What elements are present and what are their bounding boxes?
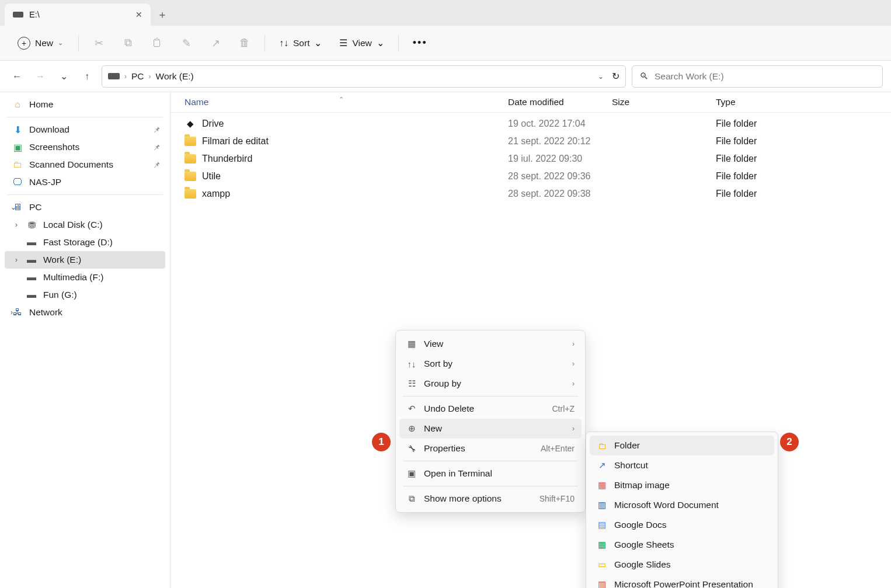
more-icon: ⧉: [406, 493, 417, 504]
sidebar-drive-d[interactable]: ▬ Fast Storage (D:): [5, 234, 165, 251]
ctx-new-gslides[interactable]: ▭Google Slides: [590, 555, 774, 575]
ctx-new-gsheets[interactable]: ▦Google Sheets: [590, 535, 774, 555]
tab-work-e[interactable]: E:\ ✕: [5, 4, 151, 26]
file-name: Drive: [202, 119, 224, 129]
chevron-down-icon: ⌄: [60, 71, 68, 82]
gdocs-icon: ▤: [597, 520, 607, 530]
plus-circle-icon: +: [18, 37, 30, 50]
ctx-new-word[interactable]: ▥Microsoft Word Document: [590, 495, 774, 515]
address-bar[interactable]: › PC › Work (E:) ⌄ ↻: [102, 65, 626, 88]
sidebar-drive-c[interactable]: › ⛃ Local Disk (C:): [5, 216, 165, 234]
chevron-right-icon: ›: [572, 425, 575, 433]
paste-button[interactable]: 📋︎: [145, 32, 169, 55]
chevron-right-icon: ›: [572, 360, 575, 368]
file-type: File folder: [716, 171, 891, 182]
column-date[interactable]: Date modified: [508, 97, 612, 107]
chevron-right-icon[interactable]: ›: [11, 308, 13, 316]
sidebar-drive-g[interactable]: ▬ Fun (G:): [5, 286, 165, 304]
gsheets-icon: ▦: [597, 540, 607, 550]
download-icon: ⬇: [12, 124, 23, 135]
chevron-down-icon: ⌄: [377, 38, 384, 48]
drive-icon: ▬: [26, 236, 37, 248]
sidebar-item-label: Screenshots: [29, 142, 79, 152]
file-name: Thunderbird: [202, 154, 252, 164]
view-list-icon: ☰: [339, 37, 347, 48]
ctx-undo[interactable]: ↶Undo DeleteCtrl+Z: [399, 399, 582, 419]
sidebar-home[interactable]: ⌂ Home: [5, 96, 165, 113]
close-icon[interactable]: ✕: [135, 10, 142, 19]
forward-button[interactable]: →: [32, 68, 49, 85]
new-button[interactable]: + New ⌄: [11, 33, 70, 53]
divider: [7, 194, 163, 195]
ctx-new[interactable]: ⊕New›: [399, 419, 582, 439]
chevron-right-icon[interactable]: ›: [15, 256, 18, 264]
sidebar-drive-f[interactable]: ▬ Multimedia (F:): [5, 269, 165, 286]
copy-button[interactable]: ⧉: [116, 32, 140, 55]
delete-button[interactable]: 🗑︎: [233, 32, 256, 55]
chevron-down-icon[interactable]: ⌄: [598, 72, 604, 81]
chevron-right-icon: ›: [572, 380, 575, 388]
cut-button[interactable]: ✂: [87, 32, 110, 55]
file-type: File folder: [716, 154, 891, 164]
view-label: View: [352, 38, 371, 48]
ctx-properties[interactable]: 🔧︎PropertiesAlt+Enter: [399, 439, 582, 458]
table-row[interactable]: Thunderbird19 iul. 2022 09:30File folder: [170, 150, 891, 168]
sidebar-scanned[interactable]: 🗀 Scanned Documents 📌︎: [5, 156, 165, 173]
chevron-down-icon[interactable]: ⌄: [11, 203, 16, 211]
ctx-new-shortcut[interactable]: ↗Shortcut: [590, 455, 774, 475]
refresh-button[interactable]: ↻: [612, 71, 619, 82]
separator: [403, 396, 578, 396]
table-row[interactable]: xampp28 sept. 2022 09:38File folder: [170, 185, 891, 203]
file-rows: ◆Drive19 oct. 2022 17:04File folderFilma…: [170, 113, 891, 205]
copy-icon: ⧉: [124, 37, 132, 49]
file-name: Utile: [202, 171, 221, 182]
breadcrumb-location[interactable]: Work (E:): [156, 71, 194, 82]
ctx-new-gdocs[interactable]: ▤Google Docs: [590, 515, 774, 535]
share-button[interactable]: ↗: [204, 32, 227, 55]
ctx-new-bitmap[interactable]: ▦Bitmap image: [590, 475, 774, 495]
ctx-sortby[interactable]: ↑↓Sort by›: [399, 354, 582, 374]
chevron-down-icon: ⌄: [58, 39, 63, 47]
chevron-right-icon[interactable]: ›: [15, 221, 18, 229]
folder-icon: 🗀: [597, 441, 607, 451]
up-button[interactable]: ↑: [78, 68, 96, 85]
recent-button[interactable]: ⌄: [55, 68, 72, 85]
chevron-right-icon: ›: [572, 340, 575, 348]
sort-button[interactable]: ↑↓ Sort ⌄: [273, 34, 328, 52]
ctx-groupby[interactable]: ☷Group by›: [399, 374, 582, 394]
table-row[interactable]: ◆Drive19 oct. 2022 17:04File folder: [170, 115, 891, 133]
column-type[interactable]: Type: [716, 97, 891, 107]
sidebar-download[interactable]: ⬇ Download 📌︎: [5, 121, 165, 138]
table-row[interactable]: Filmari de editat21 sept. 2022 20:12File…: [170, 133, 891, 150]
column-size[interactable]: Size: [612, 97, 716, 107]
breadcrumb-pc[interactable]: PC: [131, 71, 144, 82]
file-name: Filmari de editat: [202, 136, 269, 147]
sidebar-screenshots[interactable]: ▣ Screenshots 📌︎: [5, 138, 165, 156]
ctx-view[interactable]: ▦View›: [399, 334, 582, 354]
file-date: 28 sept. 2022 09:36: [508, 171, 612, 182]
column-name[interactable]: Name ⌃: [181, 97, 508, 107]
sidebar-drive-e[interactable]: › ▬ Work (E:): [5, 251, 165, 269]
rename-button[interactable]: ✎: [175, 32, 198, 55]
ctx-new-folder[interactable]: 🗀Folder: [590, 436, 774, 455]
table-row[interactable]: Utile28 sept. 2022 09:36File folder: [170, 168, 891, 185]
search-input[interactable]: 🔍︎ Search Work (E:): [632, 65, 883, 88]
ctx-terminal[interactable]: ▣Open in Terminal: [399, 464, 582, 483]
new-tab-button[interactable]: ＋: [151, 4, 174, 26]
view-button[interactable]: ☰ View ⌄: [333, 34, 389, 52]
chevron-right-icon: ›: [149, 72, 151, 81]
toolbar: + New ⌄ ✂ ⧉ 📋︎ ✎ ↗ 🗑︎ ↑↓ Sort ⌄ ☰ View ⌄…: [0, 26, 891, 61]
more-button[interactable]: •••: [407, 33, 433, 53]
separator: [403, 486, 578, 486]
shortcut-icon: ↗: [597, 460, 607, 471]
drive-icon: ▬: [26, 272, 37, 283]
drive-icon: ▬: [26, 254, 37, 266]
divider: [7, 117, 163, 117]
back-button[interactable]: ←: [8, 68, 26, 85]
drive-icon: ▬: [26, 289, 37, 301]
sidebar-pc[interactable]: ⌄ 🖥︎ PC: [5, 199, 165, 216]
sidebar-nas[interactable]: 🖵 NAS-JP: [5, 173, 165, 191]
sidebar-network[interactable]: › 🖧 Network: [5, 304, 165, 321]
ctx-new-ppt[interactable]: ▥Microsoft PowerPoint Presentation: [590, 575, 774, 588]
ctx-more[interactable]: ⧉Show more optionsShift+F10: [399, 489, 582, 509]
